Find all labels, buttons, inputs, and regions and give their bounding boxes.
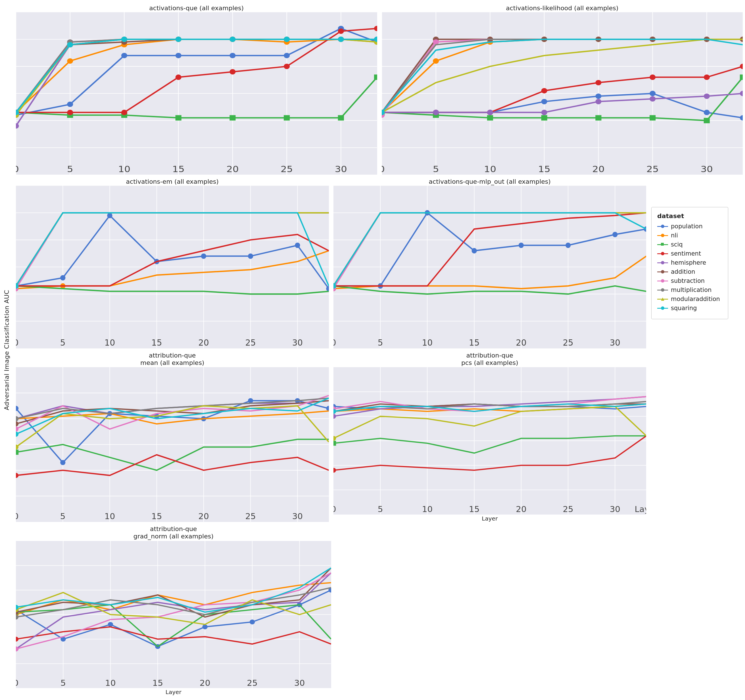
svg-point-167 (649, 96, 655, 102)
legend-label-multiplication: multiplication (671, 287, 712, 293)
chart-cell-attribution-que-grad-norm: attribution-quegrad_norm (all examples) (13, 524, 334, 697)
svg-text:0: 0 (16, 512, 18, 521)
legend-label-sciq: sciq (671, 241, 683, 248)
svg-point-51 (121, 110, 127, 115)
legend-line-squaring (657, 308, 668, 309)
svg-rect-149 (541, 115, 547, 120)
legend-label-modularaddition: modularaddition (671, 296, 720, 302)
legend-item-squaring: squaring (657, 305, 720, 311)
svg-point-101 (229, 37, 235, 42)
svg-point-133 (541, 99, 547, 104)
svg-point-98 (67, 42, 73, 48)
svg-point-166 (595, 99, 601, 104)
chart-svg-activations-que: 0.2 0.4 0.6 0.8 1.0 0 5 10 15 20 25 30 (16, 12, 377, 175)
svg-point-27 (121, 53, 127, 58)
svg-text:5: 5 (432, 164, 439, 174)
svg-rect-334 (334, 441, 336, 446)
svg-text:Layer: Layer (634, 505, 646, 514)
chart-title-activations-em: activations-em (all examples) (16, 178, 329, 185)
svg-rect-151 (649, 115, 655, 120)
legend-item-population: population (657, 223, 720, 230)
svg-point-135 (649, 91, 655, 96)
svg-text:5: 5 (67, 164, 73, 174)
svg-point-212 (248, 254, 253, 259)
legend-dot-multiplication (661, 288, 664, 292)
svg-rect-44 (175, 115, 181, 120)
chart-box-attribution-que-pcs: 0.2 0.4 0.6 0.8 1.0 0 5 10 15 20 25 30 L… (334, 367, 646, 514)
svg-text:25: 25 (247, 678, 257, 688)
svg-text:25: 25 (562, 337, 573, 348)
svg-rect-153 (740, 75, 743, 80)
svg-text:20: 20 (198, 337, 209, 348)
svg-text:0: 0 (16, 164, 19, 174)
svg-point-255 (612, 232, 618, 237)
svg-point-158 (595, 80, 601, 85)
svg-point-54 (284, 64, 290, 69)
svg-text:5: 5 (60, 337, 66, 348)
chart-row-1: activations-em (all examples) (13, 176, 745, 350)
chart-svg-activations-que-mlp-out: 0.2 0.4 0.6 0.8 1.0 0 5 10 15 20 25 30 (334, 186, 646, 348)
svg-text:25: 25 (281, 164, 293, 174)
svg-text:5: 5 (377, 337, 383, 348)
chart-row-2: attribution-quemean (all examples) (13, 350, 745, 524)
svg-text:15: 15 (172, 164, 185, 174)
svg-text:10: 10 (105, 337, 115, 348)
legend-dot-squaring (661, 307, 664, 310)
svg-point-34 (67, 58, 73, 64)
legend-dot-modularaddition (661, 297, 664, 301)
legend-line-population (657, 226, 668, 227)
legend-label-sentiment: sentiment (671, 250, 701, 257)
legend-spacer-row2 (648, 350, 745, 524)
svg-point-164 (487, 110, 493, 115)
svg-rect-47 (338, 115, 344, 120)
svg-text:5: 5 (377, 505, 383, 514)
svg-text:10: 10 (422, 505, 432, 514)
svg-point-371 (250, 619, 255, 624)
legend-label-squaring: squaring (671, 305, 697, 311)
legend-dot-addition (661, 270, 664, 274)
legend-item-hemisphere: hemisphere (657, 259, 720, 266)
legend-dot-nli (661, 234, 664, 237)
svg-text:20: 20 (516, 337, 526, 348)
svg-text:0: 0 (334, 337, 336, 348)
svg-point-168 (703, 93, 709, 99)
chart-cell-activations-que: activations-que (all examples) (13, 3, 380, 176)
svg-point-252 (471, 248, 477, 254)
chart-svg-activations-em: 0.2 0.4 0.6 0.8 1.0 0 5 10 15 20 25 30 (16, 186, 329, 348)
svg-rect-46 (284, 115, 290, 120)
legend-label-nli: nli (671, 232, 678, 239)
chart-box-attribution-que-mean: 0.2 0.4 0.6 0.8 1.0 0 5 10 15 20 25 30 (16, 367, 329, 522)
svg-point-209 (107, 213, 112, 218)
svg-text:20: 20 (200, 678, 211, 688)
svg-point-163 (433, 110, 439, 115)
svg-point-103 (338, 37, 344, 42)
chart-svg-attribution-que-pcs: 0.2 0.4 0.6 0.8 1.0 0 5 10 15 20 25 30 L… (334, 367, 646, 514)
svg-text:20: 20 (516, 505, 526, 514)
legend-label-addition: addition (671, 268, 695, 275)
svg-text:15: 15 (152, 678, 163, 688)
svg-text:30: 30 (292, 512, 303, 521)
chart-box-activations-que: 0.2 0.4 0.6 0.8 1.0 0 5 10 15 20 25 30 (16, 12, 377, 175)
legend-label-hemisphere: hemisphere (671, 259, 706, 266)
svg-text:25: 25 (646, 164, 659, 174)
svg-text:15: 15 (151, 512, 162, 521)
svg-text:30: 30 (609, 505, 620, 514)
chart-cell-activations-em: activations-em (all examples) (13, 176, 331, 350)
legend-line-hemisphere (657, 262, 668, 263)
svg-point-50 (67, 110, 73, 115)
chart-cell-attribution-que-pcs: attribution-quepcs (all examples) (331, 350, 649, 524)
svg-point-254 (565, 243, 570, 248)
chart-box-activations-que-mlp-out: 0.2 0.4 0.6 0.8 1.0 0 5 10 15 20 25 30 (334, 186, 646, 348)
svg-point-157 (541, 88, 547, 93)
chart-cell-activations-que-mlp-out: activations-que-mlp_out (all examples) (331, 176, 649, 350)
legend-item-subtraction: subtraction (657, 277, 720, 284)
legend-dot-population (661, 224, 664, 228)
chart-title-attribution-que-grad-norm: attribution-quegrad_norm (all examples) (16, 525, 331, 540)
chart-title-activations-que: activations-que (all examples) (16, 4, 377, 12)
legend-spacer-row3 (648, 524, 745, 697)
svg-rect-148 (487, 115, 493, 120)
svg-point-165 (541, 110, 547, 115)
legend-label-population: population (671, 223, 703, 230)
legend-item-sciq: sciq (657, 241, 720, 248)
svg-point-159 (649, 75, 655, 80)
